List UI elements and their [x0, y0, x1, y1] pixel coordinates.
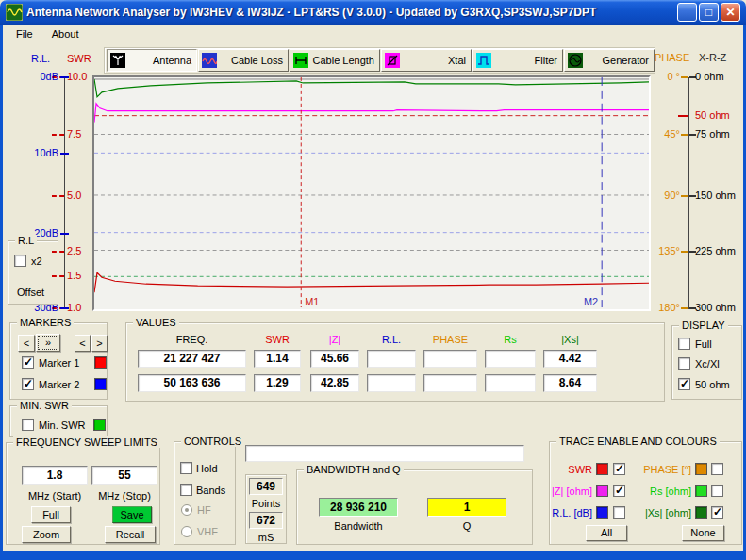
points-label: Points [246, 498, 286, 509]
marker1-color-swatch[interactable] [94, 356, 107, 369]
offset-button[interactable]: Offset [17, 287, 44, 298]
rl-tick-label: 10dB [25, 147, 58, 158]
trace-color-swatch-swr[interactable] [596, 463, 608, 475]
min-swr-color-swatch[interactable] [93, 419, 106, 431]
marker-nav-button-0[interactable]: < [18, 335, 35, 352]
q-value: 1 [427, 498, 506, 517]
trace-enable-checkbox-z-ohm[interactable] [613, 485, 625, 497]
display-50ohm-checkbox[interactable] [678, 378, 690, 390]
rl-offset-group: R.L x2 Offset [8, 240, 58, 305]
marker-nav-button-2[interactable]: < [75, 335, 91, 352]
trace-color-swatch-rs-ohm[interactable] [695, 485, 707, 497]
sweep-limits-group-title: FREQUENCY SWEEP LIMITS [13, 436, 160, 448]
minimize-icon: _ [678, 4, 696, 21]
trace-enable-checkbox-swr[interactable] [613, 463, 625, 475]
cable-loss-icon [202, 53, 217, 68]
trace-color-swatch-z-ohm[interactable] [596, 485, 608, 497]
values-header-r-l: R.L. [367, 334, 416, 345]
display-50ohm-label: 50 ohm [695, 379, 730, 390]
filter-icon [476, 53, 491, 68]
phase-tick-label: 135° [651, 245, 680, 256]
display-xcxl-checkbox[interactable] [678, 357, 690, 370]
cable-length-icon [293, 53, 308, 68]
menu-bar: FileAbout [3, 25, 743, 43]
value-cell-m2-rs [485, 374, 536, 392]
trace-enable-checkbox-xs-ohm[interactable] [711, 506, 723, 519]
value-cell-m2-freq: 50 163 636 [138, 374, 246, 392]
bands-label: Bands [196, 485, 225, 496]
controls-group: CONTROLS Hold Bands HF VHF [174, 441, 236, 545]
toolbar-button-cable-length[interactable]: Cable Length [290, 49, 380, 72]
rl-x2-checkbox[interactable] [14, 255, 26, 267]
full-button[interactable]: Full [31, 506, 71, 523]
swr-tick-label: 10.0 [67, 71, 87, 82]
marker1-checkbox[interactable] [22, 356, 34, 369]
value-cell-m2-phase [423, 374, 477, 392]
hf-radio[interactable] [181, 504, 192, 516]
zoom-button[interactable]: Zoom [22, 526, 71, 543]
hold-checkbox[interactable] [180, 462, 192, 474]
impedance-tick [678, 115, 688, 117]
values-header-z: |Z| [310, 334, 359, 345]
value-cell-m1-phase [423, 350, 477, 368]
close-button[interactable]: ✕ [721, 3, 740, 22]
sweep-time-label: mS [246, 532, 286, 543]
trace-label-r-l-db: R.L. [dB] [550, 507, 592, 519]
min-swr-group: MIN. SWR Min. SWR [9, 405, 108, 437]
stop-frequency-input[interactable]: 55 [91, 466, 157, 485]
trace-label-phase: PHASE [°] [633, 464, 691, 475]
minimize-button[interactable]: _ [677, 3, 697, 22]
phase-tick [681, 195, 688, 197]
save-button[interactable]: Save [112, 506, 152, 523]
vhf-radio[interactable] [181, 526, 192, 537]
trace-label-z-ohm: |Z| [ohm] [550, 486, 592, 497]
antenna-icon [110, 53, 125, 68]
toolbar-button-label: Cable Length [308, 55, 379, 66]
trace-enable-checkbox-phase[interactable] [711, 463, 723, 475]
chart-plot-area[interactable]: M1M2 [92, 75, 651, 311]
bands-checkbox[interactable] [180, 484, 192, 496]
phase-tick [681, 307, 688, 309]
trace-label-rs-ohm: Rs [ohm] [633, 486, 691, 497]
marker-nav-button-1[interactable]: » [36, 334, 60, 352]
min-swr-group-title: MIN. SWR [17, 400, 72, 411]
value-cell-m1-xs: 4.42 [543, 350, 597, 368]
trace-enable-checkbox-rs-ohm[interactable] [711, 485, 723, 497]
maximize-button[interactable]: □ [699, 3, 719, 22]
status-textbox[interactable] [245, 445, 524, 462]
toolbar-button-generator[interactable]: Generator [564, 49, 655, 72]
trace-swr [94, 272, 649, 292]
toolbar-button-label: Xtal [400, 55, 471, 66]
toolbar-button-xtal[interactable]: Xtal [381, 49, 472, 72]
toolbar-button-cable-loss[interactable]: Cable Loss [198, 49, 289, 72]
toolbar-button-antenna[interactable]: Antenna [107, 49, 197, 72]
values-group-title: VALUES [133, 317, 179, 328]
phase-tick [681, 251, 688, 253]
trace-all-button[interactable]: All [586, 525, 627, 541]
recall-button[interactable]: Recall [105, 526, 156, 543]
value-cell-m1-swr: 1.14 [254, 350, 301, 368]
trace-label-swr: SWR [550, 464, 592, 475]
min-swr-checkbox[interactable] [22, 419, 34, 431]
trace-none-button[interactable]: None [682, 525, 724, 541]
menu-item-file[interactable]: File [8, 26, 41, 41]
rl-tick [60, 76, 69, 78]
menu-item-about[interactable]: About [44, 26, 87, 41]
display-full-checkbox[interactable] [678, 338, 690, 350]
trace-color-swatch-r-l-db[interactable] [596, 506, 608, 519]
title-bar[interactable]: Antenna Network Analyser by IW3HEV & IW3… [0, 0, 746, 25]
trace-color-swatch-phase[interactable] [695, 463, 707, 475]
toolbar-button-filter[interactable]: Filter [472, 49, 563, 72]
marker2-color-swatch[interactable] [94, 378, 107, 390]
start-frequency-input[interactable]: 1.8 [22, 466, 88, 485]
marker2-checkbox[interactable] [22, 378, 34, 390]
bandwidth-group-title: BANDWIDTH and Q [304, 464, 404, 475]
trace-enable-checkbox-r-l-db[interactable] [613, 506, 625, 519]
bandwidth-label: Bandwidth [319, 520, 398, 532]
trace-color-swatch-xs-ohm[interactable] [695, 506, 707, 519]
window-border-left [0, 25, 3, 551]
phase-axis-caption: PHASE [655, 52, 689, 63]
value-cell-m2-xs: 8.64 [543, 374, 597, 392]
trace-xs-ohm [94, 79, 649, 97]
marker-nav-button-3[interactable]: > [91, 335, 108, 352]
